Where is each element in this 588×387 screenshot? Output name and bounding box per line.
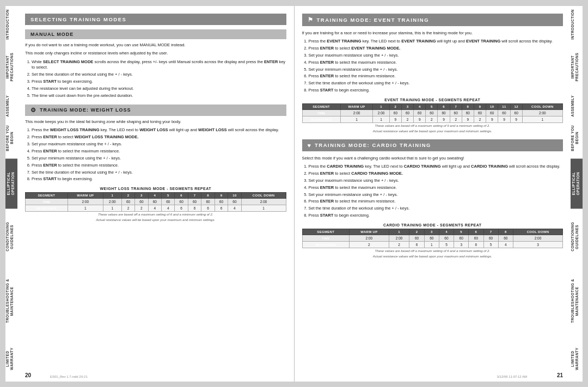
et-step-5: Set your minimum resistance using the + … [309, 67, 564, 73]
left-tab-troubleshooting[interactable]: TROUBLESHOOTING & MAINTENANCE [5, 264, 17, 338]
page-spread: INTRODUCTION IMPORTANT PRECAUTIONS ASSEM… [5, 6, 583, 382]
ct-row-resistance: RESISTANCE 2 2 6 1 5 3 6 5 4 3 [302, 242, 563, 248]
et-step-6: Press ENTER to select the minimum resist… [309, 73, 564, 79]
et-table-title: EVENT TRAINING MODE - SEGMENTS REPEAT [302, 98, 564, 102]
left-tab-conditioning[interactable]: CONDITIONING GUIDELINES [5, 209, 17, 265]
right-tab-assembly[interactable]: ASSEMBLY [571, 94, 583, 118]
ct-row-time: TIME 2:00 2:00 60 60 60 60 60 60 60 2:00 [302, 235, 563, 242]
ct-step-3: Set your maximum resistance using the + … [309, 178, 564, 184]
weight-loss-title: TRAINING MODE: WEIGHT LOSS [40, 107, 131, 113]
manual-step-4: The resistance level can be adjusted dur… [32, 86, 286, 92]
right-page-date: 3/12/06 11:07:12 AM [497, 375, 527, 378]
et-col-warmup: WARM UP [340, 104, 372, 110]
weight-loss-steps: Press the WEIGHT LOSS TRAINING key. The … [25, 127, 286, 182]
ct-col-warmup: WARM UP [349, 229, 389, 235]
et-step-8: Press START to begin exercising. [309, 88, 564, 94]
weight-loss-icon: ⚙ [30, 107, 36, 114]
main-header: SELECTING TRAINING MODES [25, 14, 286, 25]
wl-col-warmup: WARM UP [68, 193, 103, 199]
ct-step-8: Press START to begin exercising. [309, 213, 564, 219]
ct-step-7: Set the time duration of the workout usi… [309, 206, 564, 212]
manual-step-3: Press START to begin exercising. [32, 79, 286, 85]
et-footnote1: These values are based off a maximum set… [302, 124, 564, 128]
left-tab-before[interactable]: BEFORE YOU BEGIN [5, 118, 17, 158]
right-tab-before[interactable]: BEFORE YOU BEGIN [571, 118, 583, 158]
manual-intro1: If you do not want to use a training mod… [25, 42, 286, 48]
manual-step-1: While SELECT TRAINING MODE scrolls acros… [32, 59, 286, 71]
wl-step-2: Press ENTER to select WEIGHT LOSS TRAINI… [32, 134, 286, 140]
ct-col-segment: SEGMENT [302, 229, 349, 235]
ct-step-5: Set your minimum resistance using the + … [309, 192, 564, 198]
right-tab-troubleshooting[interactable]: TROUBLESHOOTING & MAINTENANCE [571, 264, 583, 338]
left-page-date: ES01_Rev 1.7.indd 20-21 [50, 375, 88, 378]
right-page-number: 21 [557, 372, 563, 378]
event-steps: Press the EVENT TRAINING key. The LED ne… [302, 39, 564, 94]
wl-step-4: Press ENTER to select the maximum resist… [32, 149, 286, 155]
left-page: SELECTING TRAINING MODES MANUAL MODE If … [17, 6, 295, 382]
wl-resistance-label: RESISTANCE [26, 205, 68, 212]
et-row-time: TIME 2:00 2:00 60 60 60 60 60 60 60 60 6… [302, 110, 563, 116]
wl-col-segment: SEGMENT [26, 193, 68, 199]
right-tab-warranty[interactable]: LIMITED WARRANTY [571, 339, 583, 379]
wl-footnote1: These values are based off a maximum set… [25, 213, 286, 217]
ct-footnote1: These values are based off a maximum set… [302, 249, 564, 254]
left-tab-warranty[interactable]: LIMITED WARRANTY [5, 339, 17, 379]
right-tab-operation[interactable]: ELLIPTICAL OPERATION [571, 158, 583, 208]
event-training-title: TRAINING MODE: EVENT TRAINING [317, 17, 430, 23]
right-tab-precautions[interactable]: IMPORTANT PRECAUTIONS [571, 40, 583, 94]
et-step-7: Set the time duration of the workout usi… [309, 81, 564, 87]
weight-loss-table-section: WEIGHT LOSS TRAINING MODE - SEGMENTS REP… [25, 187, 286, 223]
ct-table: SEGMENT WARM UP 1 2 3 4 5 6 7 8 COOL DOW… [302, 229, 564, 248]
ct-step-2: Press ENTER to select CARDIO TRAINING MO… [309, 171, 564, 177]
wl-time-label: TIME [26, 199, 68, 205]
et-step-3: Set your maximum resistance using the + … [309, 53, 564, 59]
left-tab-introduction[interactable]: INTRODUCTION [5, 8, 17, 41]
wl-row-time: TIME 2:00 2:00 60 60 60 60 60 60 60 60 6… [26, 199, 286, 205]
left-tab-precautions[interactable]: IMPORTANT PRECAUTIONS [5, 40, 17, 94]
et-step-1: Press the EVENT TRAINING key. The LED ne… [309, 39, 564, 45]
wl-step-8: Press START to begin exercising. [32, 176, 286, 182]
right-side-tabs: INTRODUCTION IMPORTANT PRECAUTIONS ASSEM… [571, 6, 583, 382]
weight-loss-header: ⚙ TRAINING MODE: WEIGHT LOSS [25, 105, 286, 116]
ct-step-1: Press the CARDIO TRAINING key. The LED n… [309, 164, 564, 170]
wl-col-cooldown: COOL DOWN [241, 193, 286, 199]
wl-col-4: 4 [148, 193, 161, 199]
manual-intro2: This mode only changes incline or resist… [25, 51, 286, 57]
et-table: SEGMENT WARM UP 1 2 3 4 5 6 7 8 9 10 11 … [302, 103, 564, 123]
et-step-2: Press ENTER to select EVENT TRAINING MOD… [309, 46, 564, 52]
wl-col-3: 3 [135, 193, 148, 199]
wl-col-8: 8 [201, 193, 215, 199]
event-table-section: EVENT TRAINING MODE - SEGMENTS REPEAT SE… [302, 98, 564, 134]
wl-step-1: Press the WEIGHT LOSS TRAINING key. The … [32, 127, 286, 133]
wl-footnote2: Actual resistance values will be based u… [25, 218, 286, 223]
manual-mode-header: MANUAL MODE [25, 29, 286, 39]
wl-step-7: Set the time duration of the workout usi… [32, 170, 286, 176]
event-training-header: ⚑ TRAINING MODE: EVENT TRAINING [302, 14, 564, 26]
event-training-icon: ⚑ [308, 16, 314, 23]
right-tab-introduction[interactable]: INTRODUCTION [571, 8, 583, 41]
et-step-4: Press ENTER to select the maximum resist… [309, 60, 564, 66]
ct-footnote2: Actual resistance values will be based u… [302, 255, 564, 259]
weight-loss-intro: This mode keeps you in the ideal fat bur… [25, 119, 286, 125]
et-col-segment: SEGMENT [302, 104, 340, 110]
wl-step-5: Set your minimum resistance using the + … [32, 156, 286, 162]
left-page-number: 20 [25, 372, 31, 378]
wl-table: SEGMENT WARM UP 1 2 3 4 5 6 7 8 9 10 [25, 192, 286, 212]
wl-col-1: 1 [103, 193, 122, 199]
left-tab-assembly[interactable]: ASSEMBLY [5, 94, 17, 118]
manual-step-5: The time will count down from the pre-se… [32, 93, 286, 99]
ct-table-title: CARDIO TRAINING MODE - SEGMENTS REPEAT [302, 223, 564, 227]
cardio-table-section: CARDIO TRAINING MODE - SEGMENTS REPEAT S… [302, 223, 564, 259]
left-tab-operation[interactable]: ELLIPTICAL OPERATION [5, 158, 17, 208]
wl-col-9: 9 [215, 193, 228, 199]
et-footnote2: Actual resistance values will be based u… [302, 130, 564, 134]
cardio-training-header: ♥ TRAINING MODE: CARDIO TRAINING [302, 139, 564, 151]
cardio-training-title: TRAINING MODE: CARDIO TRAINING [315, 142, 431, 148]
et-col-cooldown: COOL DOWN [522, 104, 562, 110]
wl-col-10: 10 [228, 193, 242, 199]
right-tab-conditioning[interactable]: CONDITIONING GUIDELINES [571, 209, 583, 265]
manual-step-2: Set the time duration of the workout usi… [32, 72, 286, 78]
cardio-intro: Select this mode if you want a challengi… [302, 156, 564, 162]
cardio-training-icon: ♥ [308, 142, 312, 149]
cardio-steps: Press the CARDIO TRAINING key. The LED n… [302, 164, 564, 219]
